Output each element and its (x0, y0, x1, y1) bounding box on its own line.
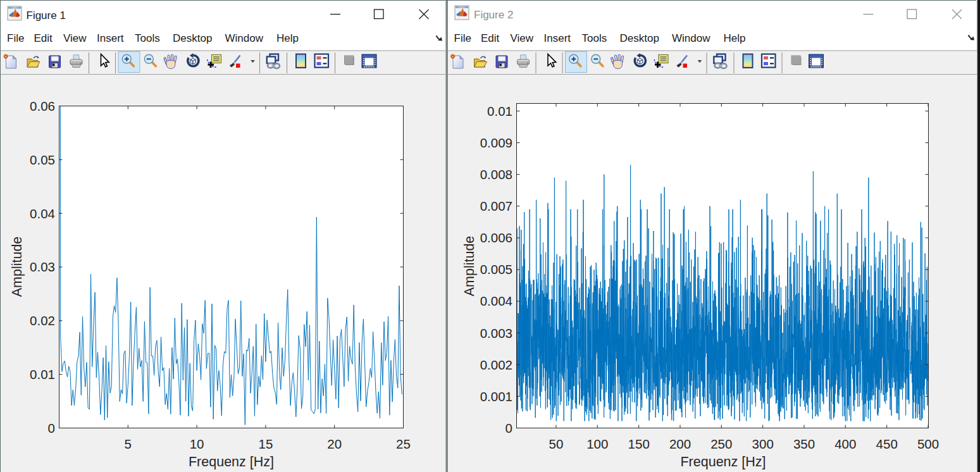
svg-text:0.003: 0.003 (480, 326, 512, 340)
svg-text:50: 50 (549, 437, 564, 451)
svg-text:15: 15 (258, 437, 273, 451)
svg-text:0.001: 0.001 (480, 389, 512, 404)
svg-text:Insert: Insert (544, 32, 571, 44)
svg-text:0.002: 0.002 (480, 357, 512, 372)
svg-text:Desktop: Desktop (620, 32, 659, 44)
svg-text:File: File (454, 32, 471, 44)
svg-text:Insert: Insert (97, 32, 124, 44)
svg-text:0.005: 0.005 (480, 262, 512, 276)
svg-text:200: 200 (669, 437, 691, 451)
svg-text:400: 400 (834, 437, 856, 451)
svg-text:0.01: 0.01 (487, 104, 512, 118)
svg-text:0.06: 0.06 (30, 99, 55, 113)
svg-text:0.007: 0.007 (480, 199, 512, 213)
svg-text:0.004: 0.004 (480, 294, 512, 308)
svg-text:Help: Help (724, 32, 746, 44)
svg-text:350: 350 (793, 437, 815, 451)
svg-text:Figure 1: Figure 1 (27, 9, 66, 22)
svg-text:Frequenz [Hz]: Frequenz [Hz] (189, 454, 274, 469)
svg-text:0.01: 0.01 (30, 367, 55, 382)
svg-text:300: 300 (752, 437, 774, 451)
svg-text:Tools: Tools (135, 32, 160, 44)
svg-text:Window: Window (225, 32, 264, 44)
svg-text:File: File (7, 32, 24, 44)
svg-text:Amplitude: Amplitude (462, 236, 477, 297)
svg-text:0.03: 0.03 (30, 259, 55, 274)
svg-text:20: 20 (327, 437, 342, 451)
svg-text:150: 150 (628, 437, 650, 451)
svg-text:Tools: Tools (582, 32, 607, 44)
svg-text:Window: Window (672, 32, 710, 44)
svg-text:500: 500 (917, 437, 939, 451)
svg-text:0.05: 0.05 (30, 152, 55, 167)
svg-text:0.006: 0.006 (480, 230, 512, 245)
svg-text:Frequenz [Hz]: Frequenz [Hz] (680, 454, 766, 469)
svg-text:Amplitude: Amplitude (9, 237, 25, 297)
svg-text:Desktop: Desktop (173, 32, 212, 44)
svg-text:View: View (63, 32, 87, 44)
svg-text:450: 450 (876, 437, 898, 451)
svg-text:25: 25 (396, 437, 411, 451)
svg-text:0.008: 0.008 (480, 167, 512, 182)
svg-text:5: 5 (125, 437, 132, 451)
svg-text:250: 250 (710, 437, 732, 451)
svg-text:Edit: Edit (481, 32, 500, 44)
svg-text:Edit: Edit (34, 32, 53, 44)
svg-text:View: View (511, 32, 534, 44)
svg-text:0.009: 0.009 (480, 135, 512, 150)
svg-text:0: 0 (506, 421, 512, 435)
svg-text:10: 10 (190, 437, 204, 451)
svg-text:Figure 2: Figure 2 (474, 9, 513, 21)
svg-text:0.02: 0.02 (30, 313, 55, 328)
svg-text:0.04: 0.04 (30, 206, 55, 221)
svg-text:Help: Help (276, 32, 299, 44)
svg-text:0: 0 (48, 421, 55, 435)
svg-text:100: 100 (586, 437, 608, 451)
